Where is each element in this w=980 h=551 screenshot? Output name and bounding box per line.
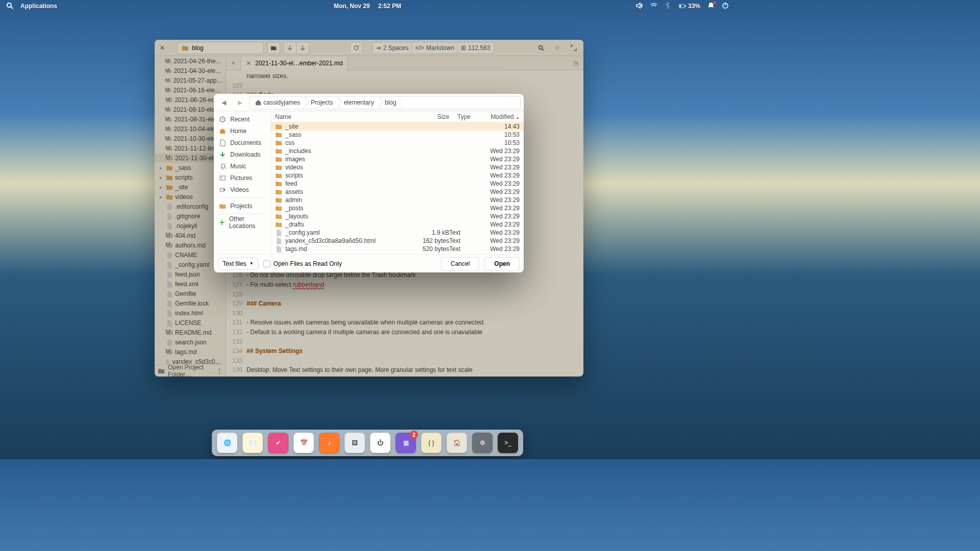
- sidebar-item[interactable]: M↓2021-06-16-elemen…: [155, 85, 226, 95]
- wifi-icon[interactable]: [650, 2, 657, 11]
- file-row[interactable]: _config.yaml1.9 kBTextWed 23:29: [271, 229, 524, 237]
- file-type-filter[interactable]: Text files▼: [218, 258, 258, 270]
- tab-history-icon[interactable]: ◷: [568, 60, 583, 67]
- file-row[interactable]: tags.md520 bytesTextWed 23:29: [271, 245, 524, 253]
- sidebar-item[interactable]: M↓README.md: [155, 328, 226, 337]
- indent-spaces[interactable]: ⇥ 2 Spaces: [372, 42, 412, 54]
- read-only-checkbox[interactable]: Open Files as Read Only: [263, 260, 342, 267]
- cursor-position[interactable]: ⊞ 112.563: [457, 42, 494, 54]
- file-row[interactable]: _draftsWed 23:29: [271, 220, 524, 229]
- sidebar-item[interactable]: M↓2021-04-26-the-ne…: [155, 56, 226, 66]
- file-row[interactable]: videosWed 23:29: [271, 163, 524, 171]
- dock-app-code[interactable]: { }: [421, 433, 442, 453]
- file-row[interactable]: assetsWed 23:29: [271, 188, 524, 196]
- breadcrumb-segment[interactable]: cassidyjames: [250, 96, 306, 109]
- place-videos[interactable]: Videos: [214, 184, 271, 195]
- editor-tab[interactable]: ✕ 2021-11-30-el…ember-2021.md: [240, 56, 348, 70]
- power-icon[interactable]: [722, 2, 729, 11]
- svg-text:M↓: M↓: [165, 106, 172, 112]
- breadcrumb-segment[interactable]: Projects: [306, 96, 338, 109]
- file-row[interactable]: imagesWed 23:29: [271, 155, 524, 163]
- breadcrumb-segment[interactable]: elementary: [338, 96, 379, 109]
- sidebar-item[interactable]: M↓2021-05-27-appcent…: [155, 76, 226, 85]
- dock-app-music[interactable]: ♪: [319, 433, 339, 453]
- dock-app-mail[interactable]: ✉️: [242, 433, 263, 453]
- panel-date[interactable]: Mon, Nov 29: [334, 3, 370, 10]
- search-icon[interactable]: [6, 2, 13, 11]
- language-mode[interactable]: </> Markdown: [411, 42, 458, 54]
- svg-text:M↓: M↓: [165, 135, 172, 141]
- revert-button[interactable]: [350, 42, 363, 54]
- file-row[interactable]: feedWed 23:29: [271, 180, 524, 188]
- svg-text:M↓: M↓: [166, 96, 173, 103]
- dock-app-tasks[interactable]: ✔: [268, 433, 288, 453]
- dock-app-web[interactable]: 🌐: [217, 433, 237, 453]
- file-row[interactable]: yandex_c5d3c0ba8a9a6d50.html162 bytesTex…: [271, 237, 524, 245]
- file-row[interactable]: _site14:43: [271, 122, 524, 131]
- sidebar-item[interactable]: search.json: [155, 337, 226, 347]
- svg-rect-37: [220, 176, 225, 180]
- file-row[interactable]: _layoutsWed 23:29: [271, 212, 524, 220]
- sidebar-item[interactable]: M↓2021-04-30-eleme…: [155, 66, 226, 76]
- dock-app-settings[interactable]: ⚙: [472, 433, 493, 453]
- nav-back-button[interactable]: ◀: [217, 96, 230, 109]
- dock-app-switch[interactable]: ⏻: [370, 433, 390, 453]
- window-close-button[interactable]: ✕: [158, 44, 167, 52]
- svg-text:M↓: M↓: [165, 116, 172, 122]
- nav-forward-button[interactable]: ▶: [233, 96, 247, 109]
- dock-app-files[interactable]: 🏠: [447, 433, 467, 453]
- notifications-icon[interactable]: [707, 2, 715, 11]
- other-locations[interactable]: Other Locations: [214, 216, 271, 228]
- file-list-header[interactable]: Name Size Type Modified ▲: [271, 111, 524, 122]
- place-pictures[interactable]: Pictures: [214, 172, 271, 184]
- dock-app-photos[interactable]: 🖼: [345, 433, 365, 453]
- maximize-button[interactable]: [567, 42, 580, 54]
- sidebar-item[interactable]: Gemfile: [155, 289, 226, 298]
- sidebar-item[interactable]: LICENSE: [155, 318, 226, 328]
- place-music[interactable]: Music: [214, 160, 271, 172]
- file-row[interactable]: _postsWed 23:29: [271, 204, 524, 212]
- svg-rect-2: [679, 5, 681, 7]
- dock-app-calendar[interactable]: 📅: [293, 433, 314, 453]
- save-button[interactable]: [283, 42, 297, 54]
- open-project-folder[interactable]: Open Project Folder…: [168, 364, 213, 377]
- place-downloads[interactable]: Downloads: [214, 148, 271, 160]
- place-home[interactable]: Home: [214, 125, 271, 137]
- panel-time[interactable]: 2:52 PM: [378, 3, 401, 10]
- svg-point-38: [221, 177, 222, 178]
- place-projects[interactable]: Projects: [214, 200, 271, 212]
- sidebar-item[interactable]: feed.xml: [155, 279, 226, 289]
- sidebar-menu-icon[interactable]: ⋮: [216, 367, 223, 374]
- place-documents[interactable]: Documents: [214, 137, 271, 148]
- file-row[interactable]: css10:53: [271, 139, 524, 147]
- save-all-button[interactable]: [296, 42, 309, 54]
- svg-text:M↓: M↓: [166, 232, 173, 239]
- tab-bar: ＋ ✕ 2021-11-30-el…ember-2021.md ◷: [226, 56, 583, 70]
- path-field[interactable]: blog: [177, 42, 264, 54]
- battery-indicator[interactable]: 33%: [679, 3, 700, 10]
- applications-menu[interactable]: Applications: [20, 3, 57, 10]
- sound-icon[interactable]: [636, 2, 643, 11]
- sidebar-item[interactable]: M↓tags.md: [155, 347, 226, 357]
- svg-text:M↓: M↓: [165, 67, 172, 73]
- file-row[interactable]: _sass10:53: [271, 131, 524, 139]
- sidebar-item[interactable]: index.html: [155, 308, 226, 318]
- open-folder-button[interactable]: [267, 42, 280, 54]
- close-tab-icon[interactable]: ✕: [246, 60, 251, 67]
- search-button[interactable]: [534, 42, 548, 54]
- file-row[interactable]: adminWed 23:29: [271, 196, 524, 204]
- bluetooth-icon[interactable]: [665, 2, 672, 11]
- new-tab-button[interactable]: ＋: [226, 59, 240, 67]
- sidebar-item[interactable]: Gemfile.lock: [155, 298, 226, 308]
- top-panel: Applications Mon, Nov 29 2:52 PM 33%: [0, 0, 735, 12]
- dock-app-appcenter[interactable]: ▦2: [396, 433, 416, 453]
- breadcrumb[interactable]: cassidyjamesProjectselementaryblog: [250, 96, 521, 109]
- settings-button[interactable]: [551, 42, 564, 54]
- file-row[interactable]: _includesWed 23:29: [271, 147, 524, 155]
- place-recent[interactable]: Recent: [214, 113, 271, 125]
- breadcrumb-segment[interactable]: blog: [380, 96, 402, 109]
- cancel-button[interactable]: Cancel: [441, 257, 479, 270]
- dock-app-terminal[interactable]: >_: [498, 433, 518, 453]
- file-row[interactable]: scriptsWed 23:29: [271, 171, 524, 180]
- open-button[interactable]: Open: [484, 257, 520, 270]
